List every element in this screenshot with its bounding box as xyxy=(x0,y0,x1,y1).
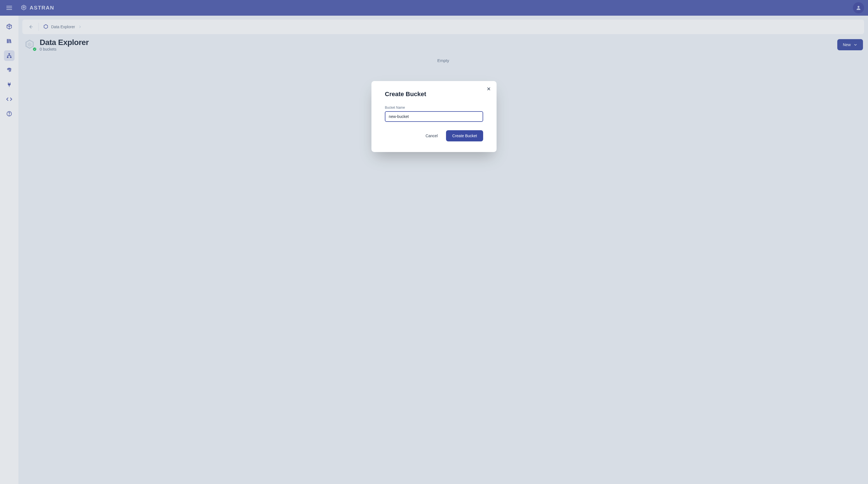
cancel-button[interactable]: Cancel xyxy=(420,130,444,142)
modal-close-button[interactable] xyxy=(485,85,493,93)
create-bucket-button[interactable]: Create Bucket xyxy=(446,130,483,142)
close-icon xyxy=(487,87,491,91)
modal-title: Create Bucket xyxy=(385,91,483,98)
bucket-name-label: Bucket Name xyxy=(385,105,483,110)
bucket-name-input[interactable] xyxy=(385,111,483,122)
create-bucket-modal: Create Bucket Bucket Name Cancel Create … xyxy=(371,81,497,152)
modal-overlay[interactable]: Create Bucket Bucket Name Cancel Create … xyxy=(0,0,868,484)
modal-actions: Cancel Create Bucket xyxy=(385,130,483,142)
